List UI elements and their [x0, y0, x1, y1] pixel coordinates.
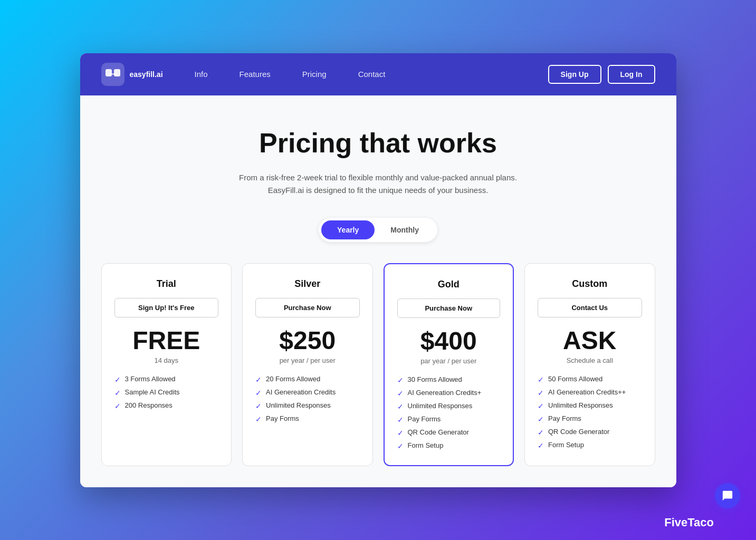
- list-item: ✓ Pay Forms: [538, 414, 642, 423]
- monthly-toggle-btn[interactable]: Monthly: [375, 220, 435, 239]
- trial-plan-card: Trial Sign Up! It's Free FREE 14 days ✓ …: [101, 263, 232, 466]
- list-item: ✓ AI Genereation Credits+: [397, 389, 501, 398]
- check-icon: ✓: [538, 428, 544, 437]
- nav-links: Info Features Pricing Contact: [195, 70, 548, 79]
- check-icon: ✓: [255, 415, 262, 423]
- gold-plan-price: $400: [397, 329, 501, 354]
- browser-window: easyfill.ai Info Features Pricing Contac…: [80, 53, 676, 487]
- check-icon: ✓: [397, 389, 404, 398]
- check-icon: ✓: [538, 441, 544, 450]
- gold-plan-name: Gold: [397, 279, 501, 290]
- logo-icon: [101, 63, 125, 86]
- svg-rect-1: [114, 69, 120, 76]
- check-icon: ✓: [255, 402, 262, 410]
- logo-text: easyfill.ai: [130, 70, 163, 79]
- chat-bubble-button[interactable]: [715, 483, 740, 508]
- list-item: ✓ Pay Forms: [397, 415, 501, 424]
- gold-plan-period: par year / per user: [397, 357, 501, 365]
- list-item: ✓ Unlimited Responses: [538, 401, 642, 410]
- list-item: ✓ QR Code Generator: [538, 428, 642, 437]
- list-item: ✓ AI Genereation Credits: [255, 388, 360, 397]
- page-title: Pricing that works: [101, 127, 655, 159]
- trial-plan-name: Trial: [114, 278, 219, 290]
- list-item: ✓ Sample AI Credits: [114, 388, 219, 397]
- list-item: ✓ Pay Forms: [255, 414, 360, 423]
- list-item: ✓ 50 Forms Allowed: [538, 375, 642, 384]
- custom-plan-button[interactable]: Contact Us: [538, 298, 642, 317]
- check-icon: ✓: [538, 415, 544, 423]
- list-item: ✓ Unlimited Responses: [255, 401, 360, 410]
- login-button[interactable]: Log In: [608, 65, 655, 84]
- check-icon: ✓: [538, 402, 544, 410]
- silver-plan-price: $250: [255, 328, 360, 353]
- gold-plan-button[interactable]: Purchase Now: [397, 298, 501, 318]
- list-item: ✓ Unlimited Responses: [397, 402, 501, 411]
- svg-rect-0: [106, 69, 112, 76]
- custom-features-list: ✓ 50 Forms Allowed ✓ AI Genereation Cred…: [538, 375, 642, 450]
- gold-features-list: ✓ 30 Forms Allowed ✓ AI Genereation Cred…: [397, 375, 501, 450]
- silver-plan-period: per year / per user: [255, 356, 360, 364]
- main-content: Pricing that works From a risk-free 2-we…: [80, 95, 676, 487]
- nav-buttons: Sign Up Log In: [548, 65, 655, 84]
- trial-plan-button[interactable]: Sign Up! It's Free: [114, 298, 219, 317]
- custom-plan-price: ASK: [538, 328, 642, 353]
- check-icon: ✓: [397, 376, 404, 384]
- billing-toggle: Yearly Monthly: [319, 218, 437, 242]
- gold-plan-card: Gold Purchase Now $400 par year / per us…: [384, 263, 514, 466]
- check-icon: ✓: [114, 375, 121, 384]
- signup-button[interactable]: Sign Up: [548, 65, 601, 84]
- check-icon: ✓: [538, 375, 544, 384]
- pricing-grid: Trial Sign Up! It's Free FREE 14 days ✓ …: [101, 263, 655, 466]
- yearly-toggle-btn[interactable]: Yearly: [321, 220, 375, 239]
- trial-plan-period: 14 days: [114, 356, 219, 364]
- watermark: FiveTaco: [664, 516, 714, 529]
- check-icon: ✓: [114, 389, 121, 397]
- list-item: ✓ 20 Forms Allowed: [255, 375, 360, 384]
- silver-features-list: ✓ 20 Forms Allowed ✓ AI Genereation Cred…: [255, 375, 360, 423]
- logo-area: easyfill.ai: [101, 63, 163, 86]
- check-icon: ✓: [397, 402, 404, 411]
- custom-plan-card: Custom Contact Us ASK Schedule a call ✓ …: [524, 263, 655, 466]
- svg-rect-2: [109, 73, 117, 75]
- silver-plan-name: Silver: [255, 278, 360, 290]
- check-icon: ✓: [255, 389, 262, 397]
- navbar: easyfill.ai Info Features Pricing Contac…: [80, 53, 676, 95]
- custom-plan-name: Custom: [538, 278, 642, 290]
- silver-plan-card: Silver Purchase Now $250 per year / per …: [242, 263, 373, 466]
- list-item: ✓ Form Setup: [538, 441, 642, 450]
- nav-pricing[interactable]: Pricing: [302, 70, 327, 79]
- check-icon: ✓: [397, 429, 404, 437]
- list-item: ✓ AI Genereation Credits++: [538, 388, 642, 397]
- page-subtitle: From a risk-free 2-week trial to flexibl…: [101, 171, 655, 197]
- silver-plan-button[interactable]: Purchase Now: [255, 298, 360, 317]
- list-item: ✓ 200 Responses: [114, 401, 219, 410]
- list-item: ✓ 30 Forms Allowed: [397, 375, 501, 384]
- trial-features-list: ✓ 3 Forms Allowed ✓ Sample AI Credits ✓ …: [114, 375, 219, 410]
- billing-toggle-container: Yearly Monthly: [101, 218, 655, 242]
- list-item: ✓ Form Setup: [397, 441, 501, 450]
- check-icon: ✓: [255, 375, 262, 384]
- trial-plan-price: FREE: [114, 328, 219, 353]
- custom-plan-period: Schedule a call: [538, 356, 642, 364]
- check-icon: ✓: [397, 442, 404, 450]
- check-icon: ✓: [538, 389, 544, 397]
- nav-info[interactable]: Info: [195, 70, 208, 79]
- nav-features[interactable]: Features: [240, 70, 271, 79]
- check-icon: ✓: [397, 416, 404, 424]
- check-icon: ✓: [114, 402, 121, 410]
- list-item: ✓ 3 Forms Allowed: [114, 375, 219, 384]
- list-item: ✓ QR Code Generator: [397, 428, 501, 437]
- nav-contact[interactable]: Contact: [358, 70, 386, 79]
